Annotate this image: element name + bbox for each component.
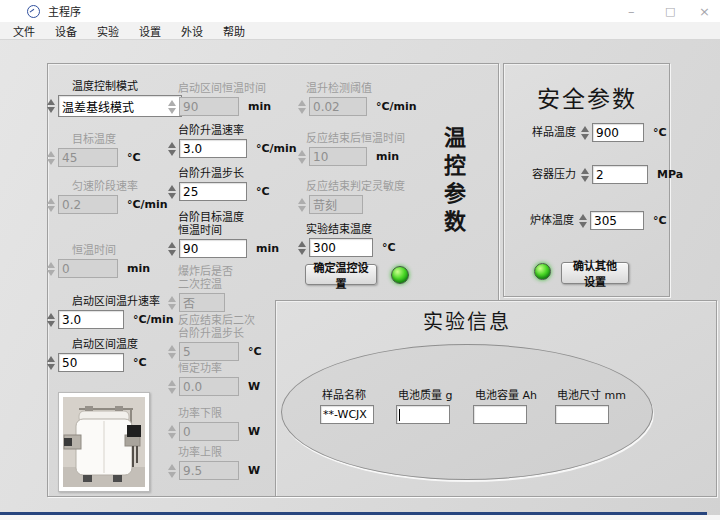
- rise-threshold-input[interactable]: 0.02: [309, 97, 367, 116]
- constant-power-unit: W: [248, 380, 260, 393]
- furnace-temp-label: 炉体温度: [530, 214, 574, 227]
- spinner-icon[interactable]: [579, 126, 590, 140]
- target-temp-unit: °C: [127, 151, 141, 164]
- sample-name-label: 样品名称: [322, 389, 374, 402]
- furnace-illustration: [63, 397, 145, 487]
- spinner-icon[interactable]: [166, 345, 177, 359]
- spinner-icon[interactable]: [166, 142, 177, 156]
- furnace-temp-input[interactable]: 305: [590, 211, 644, 230]
- constant-power-input[interactable]: 0.0: [179, 377, 239, 396]
- spinner-icon[interactable]: [45, 262, 56, 276]
- spinner-icon[interactable]: [45, 313, 56, 327]
- post-reaction-hold-field: 反应结束后恒温时间 10 min: [296, 132, 405, 166]
- sample-name-input[interactable]: **-WCJX: [320, 405, 374, 424]
- temp-mode-field: 温度控制模式 温差基线模式: [45, 80, 182, 117]
- temp-settings-led: [391, 266, 409, 284]
- spinner-icon[interactable]: [166, 425, 177, 439]
- menu-settings[interactable]: 设置: [132, 23, 168, 39]
- confirm-temp-settings-button[interactable]: 确定温控设置: [305, 264, 377, 285]
- spinner-icon[interactable]: [579, 168, 590, 182]
- step-size-label: 台阶升温步长: [178, 167, 270, 180]
- power-upper-unit: W: [248, 464, 260, 477]
- spinner-icon[interactable]: [296, 150, 307, 164]
- step-size-input[interactable]: 25: [179, 182, 247, 201]
- confirm-other-settings-button[interactable]: 确认其他设置: [561, 262, 629, 284]
- power-upper-label: 功率上限: [178, 446, 260, 459]
- hold-time-label: 恒温时间: [72, 244, 150, 257]
- menu-peripherals[interactable]: 外设: [174, 23, 210, 39]
- step-target-hold-input[interactable]: 90: [179, 239, 247, 258]
- post-reaction-hold-input[interactable]: 10: [309, 147, 367, 166]
- startup-hold-label: 启动区间恒温时间: [178, 82, 271, 95]
- spinner-icon[interactable]: [166, 464, 177, 478]
- startup-temp-unit: °C: [133, 356, 147, 369]
- sample-name-field: 样品名称 **-WCJX: [320, 389, 374, 424]
- safety-panel-title: 安全参数: [537, 80, 637, 114]
- step-rate-input[interactable]: 3.0: [179, 139, 247, 158]
- furnace-temp-unit: °C: [653, 214, 667, 227]
- startup-rate-field: 启动区间温升速率 3.0 °C/min: [45, 295, 174, 329]
- uniform-rate-label: 匀速阶段速率: [72, 180, 168, 193]
- menu-device[interactable]: 设备: [48, 23, 84, 39]
- menu-help[interactable]: 帮助: [216, 23, 252, 39]
- step-target-hold-unit: min: [256, 242, 279, 255]
- temp-mode-combobox[interactable]: 温差基线模式: [58, 95, 182, 117]
- startup-hold-input[interactable]: 90: [179, 97, 239, 116]
- end-temp-field: 实验结束温度 300 °C: [296, 223, 396, 257]
- spinner-icon[interactable]: [45, 151, 56, 165]
- spinner-icon[interactable]: [296, 198, 307, 212]
- post-reaction-hold-unit: min: [376, 150, 399, 163]
- power-lower-label: 功率下限: [178, 407, 260, 420]
- close-button[interactable]: ×: [699, 0, 710, 22]
- spinner-icon[interactable]: [166, 185, 177, 199]
- uniform-rate-input[interactable]: 0.2: [58, 195, 118, 214]
- menu-experiment[interactable]: 实验: [90, 23, 126, 39]
- startup-temp-input[interactable]: 50: [58, 353, 124, 372]
- power-lower-input[interactable]: 0: [179, 422, 239, 441]
- second-step-size-field: 反应结束后二次 台阶升温步长 5 °C: [166, 314, 262, 361]
- end-temp-input[interactable]: 300: [309, 238, 373, 257]
- second-step-size-input[interactable]: 5: [179, 342, 239, 361]
- end-temp-label: 实验结束温度: [306, 223, 396, 236]
- maximize-button[interactable]: □: [665, 0, 675, 22]
- spinner-icon[interactable]: [296, 241, 307, 255]
- spinner-icon[interactable]: [296, 100, 307, 114]
- uniform-rate-unit: °C/min: [127, 198, 168, 211]
- battery-size-field: 电池尺寸 mm: [555, 389, 626, 424]
- rise-threshold-field: 温升检测阈值 0.02 °C/min: [296, 82, 417, 116]
- spinner-icon[interactable]: [45, 198, 56, 212]
- explosion-recontrol-combobox[interactable]: 否: [179, 293, 225, 312]
- constant-power-label: 恒定功率: [178, 362, 260, 375]
- spinner-icon[interactable]: [166, 242, 177, 256]
- target-temp-field: 目标温度 45 °C: [45, 133, 141, 167]
- vessel-pressure-input[interactable]: 2: [592, 165, 648, 184]
- target-temp-input[interactable]: 45: [58, 148, 118, 167]
- spinner-icon[interactable]: [166, 296, 177, 310]
- battery-size-input[interactable]: [555, 405, 609, 424]
- battery-capacity-input[interactable]: [473, 405, 527, 424]
- sample-temp-input[interactable]: 900: [592, 123, 644, 142]
- power-lower-field: 功率下限 0 W: [166, 407, 260, 441]
- title-bar: 主程序: [0, 0, 720, 22]
- spinner-icon[interactable]: [166, 380, 177, 394]
- battery-mass-input[interactable]: [396, 405, 450, 424]
- startup-rate-input[interactable]: 3.0: [58, 310, 124, 329]
- rise-threshold-label: 温升检测阈值: [306, 82, 417, 95]
- spinner-icon[interactable]: [166, 100, 177, 114]
- end-sensitivity-combobox[interactable]: 苛刻: [309, 195, 363, 214]
- uniform-rate-field: 匀速阶段速率 0.2 °C/min: [45, 180, 168, 214]
- step-target-hold-label: 台阶目标温度 恒温时间: [178, 211, 279, 237]
- step-rate-field: 台阶升温速率 3.0 °C/min: [166, 124, 297, 158]
- power-upper-input[interactable]: 9.5: [179, 461, 239, 480]
- spinner-icon[interactable]: [45, 356, 56, 370]
- end-sensitivity-label: 反应结束判定灵敏度: [306, 180, 405, 193]
- sample-temp-unit: °C: [653, 126, 667, 139]
- app-icon: [27, 5, 40, 18]
- menu-file[interactable]: 文件: [6, 23, 42, 39]
- minimize-button[interactable]: –: [628, 0, 635, 22]
- spinner-icon[interactable]: [577, 214, 588, 228]
- hold-time-input[interactable]: 0: [58, 259, 118, 278]
- spinner-icon[interactable]: [45, 99, 56, 113]
- text-caret: [399, 409, 400, 421]
- rise-threshold-unit: °C/min: [376, 100, 417, 113]
